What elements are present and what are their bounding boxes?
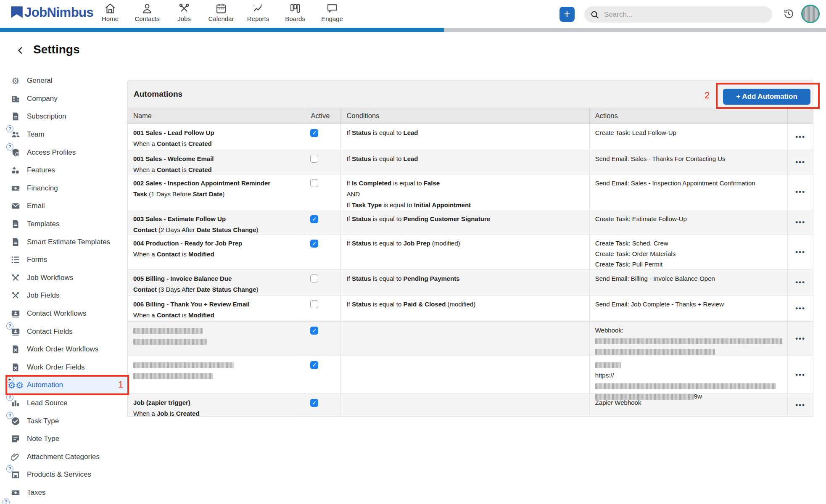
row-menu-button[interactable]: ••• — [795, 333, 805, 344]
row-menu-cell: ••• — [788, 235, 813, 269]
active-cell — [305, 296, 341, 321]
sidebar-item-label: Contact Workflows — [27, 309, 86, 318]
page-title: Settings — [33, 43, 79, 56]
active-checkbox[interactable]: ✓ — [310, 399, 318, 407]
row-menu-button[interactable]: ••• — [795, 132, 805, 142]
jobnimbus-logo[interactable]: JobNimbus — [10, 5, 93, 20]
search-icon — [590, 10, 599, 19]
nav-item-reports[interactable]: Reports — [240, 3, 277, 22]
sidebar-item-label: Features — [27, 166, 55, 174]
nav-item-engage[interactable]: Engage — [314, 3, 351, 22]
sidebar-item-templates[interactable]: Templates — [7, 215, 129, 233]
help-badge-partial[interactable]: ? — [3, 499, 10, 504]
sidebar-item-note-type[interactable]: Note Type — [7, 430, 129, 448]
sidebar-item-job-fields[interactable]: Job Fields — [7, 287, 129, 305]
nav-item-calendar[interactable]: Calendar — [203, 3, 240, 22]
sidebar-item-work-order-workflows[interactable]: Work Order Workflows — [7, 340, 129, 359]
sidebar-item-task-type[interactable]: ?Task Type — [7, 412, 129, 430]
sidebar-item-contact-fields[interactable]: ?Contact Fields — [7, 322, 129, 340]
column-header-name: Name — [128, 108, 305, 124]
document-icon — [10, 219, 21, 230]
nav-item-contacts[interactable]: Contacts — [129, 3, 166, 22]
sidebar-item-automation[interactable]: ⚙⚙▶Automation — [7, 376, 129, 394]
sidebar-item-taxes[interactable]: Taxes — [7, 484, 129, 502]
active-checkbox[interactable]: ✓ — [310, 240, 318, 248]
help-badge[interactable]: ? — [6, 143, 13, 150]
history-button[interactable] — [783, 8, 794, 20]
automation-row: 003 Sales - Estimate Follow UpContact (2… — [128, 210, 813, 235]
active-checkbox[interactable]: ✓ — [310, 361, 318, 369]
row-menu-button[interactable]: ••• — [795, 157, 805, 168]
actions-cell: Webhook: — [590, 322, 788, 356]
help-badge[interactable]: ? — [6, 394, 13, 401]
tools-icon — [10, 272, 21, 283]
row-menu-button[interactable]: ••• — [795, 217, 805, 228]
progress-strip-track — [444, 28, 826, 32]
active-checkbox[interactable]: ✓ — [310, 129, 318, 137]
automation-name-cell: 004 Production - Ready for Job PrepWhen … — [128, 235, 305, 269]
row-menu-button[interactable]: ••• — [795, 369, 805, 380]
automation-row: ✓Webhook:••• — [128, 322, 813, 356]
actions-cell: Send Email: Sales - Thanks For Contactin… — [590, 150, 788, 174]
sidebar-item-lead-source[interactable]: ?Lead Source — [7, 394, 129, 412]
actions-cell: Zapier Webhook — [590, 394, 788, 416]
row-menu-button[interactable]: ••• — [795, 247, 805, 258]
sidebar-item-access-profiles[interactable]: ?Access Profiles — [7, 143, 129, 161]
shield-icon: ? — [10, 147, 21, 158]
help-badge[interactable]: ? — [6, 125, 13, 132]
jobnimbus-flag-icon — [10, 5, 24, 20]
row-menu-button[interactable]: ••• — [795, 277, 805, 288]
sidebar-item-attachment-categories[interactable]: Attachment Categories — [7, 448, 129, 466]
panel-title: Automations — [134, 90, 182, 99]
sidebar-item-job-workflows[interactable]: Job Workflows — [7, 269, 129, 287]
sidebar-item-team[interactable]: ?Team — [7, 126, 129, 144]
sidebar-item-email[interactable]: Email — [7, 197, 129, 215]
sidebar-item-financing[interactable]: Financing — [7, 179, 129, 198]
active-checkbox[interactable] — [310, 300, 318, 308]
sidebar-item-contact-workflows[interactable]: Contact Workflows — [7, 305, 129, 323]
row-menu-cell: ••• — [788, 150, 813, 174]
active-checkbox[interactable]: ✓ — [310, 327, 318, 335]
nav-item-boards[interactable]: Boards — [277, 3, 314, 22]
active-checkbox[interactable] — [310, 274, 318, 282]
help-badge[interactable]: ? — [6, 322, 13, 330]
help-badge[interactable]: ? — [6, 412, 13, 419]
sidebar-item-smart-estimate-templates[interactable]: Smart Estimate Templates — [7, 233, 129, 251]
automation-name-cell: Job (zapier trigger)When a Job is Create… — [128, 394, 305, 416]
active-checkbox[interactable] — [310, 179, 318, 187]
row-menu-cell: ••• — [788, 322, 813, 356]
sidebar-item-company[interactable]: Company — [7, 90, 129, 108]
nav-label: Reports — [247, 15, 269, 22]
nav-item-home[interactable]: Home — [92, 3, 129, 22]
user-avatar[interactable] — [801, 5, 820, 23]
sidebar-item-forms[interactable]: Forms — [7, 251, 129, 269]
sidebar-item-products-services[interactable]: ?Products & Services — [7, 466, 129, 484]
jobs-icon — [178, 3, 190, 14]
active-checkbox[interactable] — [310, 155, 318, 163]
active-cell — [305, 150, 341, 174]
sidebar-item-subscription[interactable]: Subscription — [7, 108, 129, 126]
nav-item-jobs[interactable]: Jobs — [166, 3, 203, 22]
row-menu-button[interactable]: ••• — [795, 187, 805, 198]
add-automation-button[interactable]: + Add Automation — [723, 89, 810, 105]
nav-label: Calendar — [208, 15, 234, 22]
sidebar-item-label: Job Fields — [27, 291, 59, 300]
building-icon — [10, 93, 21, 104]
active-cell: ✓ — [305, 210, 341, 234]
row-menu-button[interactable]: ••• — [795, 303, 805, 314]
sidebar-item-general[interactable]: ⚙General — [7, 72, 129, 90]
active-checkbox[interactable]: ✓ — [310, 215, 318, 223]
active-cell — [305, 174, 341, 210]
column-header-conditions: Conditions — [341, 108, 589, 124]
sidebar-item-label: Financing — [27, 184, 58, 193]
sidebar-item-features[interactable]: Features — [7, 161, 129, 179]
nav-label: Home — [102, 15, 119, 22]
back-button[interactable] — [16, 45, 26, 56]
document-icon — [10, 111, 21, 122]
check-circle-icon: ? — [10, 416, 21, 427]
row-menu-button[interactable]: ••• — [795, 400, 805, 411]
sidebar-item-work-order-fields[interactable]: Work Order Fields — [7, 359, 129, 377]
banknote-icon — [10, 487, 21, 498]
quick-add-button[interactable]: + — [559, 7, 575, 22]
search-input[interactable] — [603, 10, 765, 19]
